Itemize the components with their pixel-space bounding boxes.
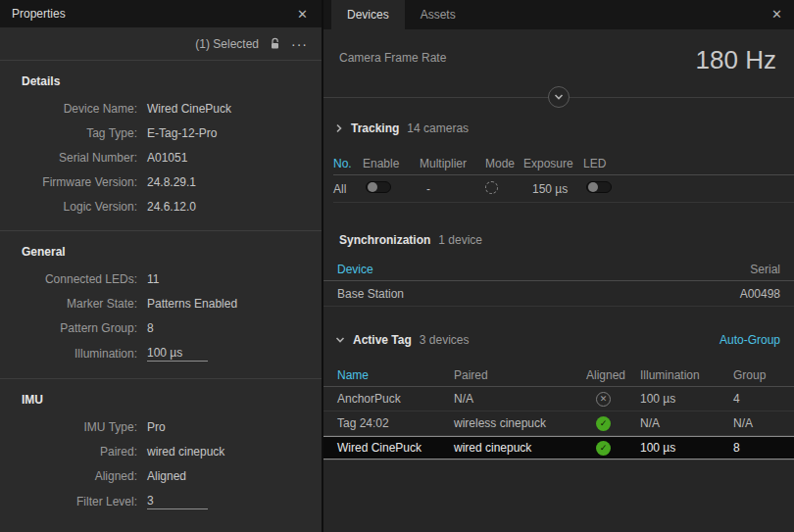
tracking-title: Tracking <box>351 121 399 135</box>
column-header-paired[interactable]: Paired <box>454 368 586 382</box>
sync-device-row[interactable]: Base Station A00498 <box>323 281 794 307</box>
column-header-led[interactable]: LED <box>583 157 622 170</box>
property-label: Firmware Version: <box>0 175 137 189</box>
property-value: 24.6.12.0 <box>147 200 322 214</box>
property-value: A01051 <box>147 151 322 165</box>
property-label: Serial Number: <box>0 151 137 165</box>
property-label: Connected LEDs: <box>0 272 137 286</box>
selection-count-label: (1) Selected <box>195 37 259 51</box>
section-title-imu: IMU <box>22 393 322 407</box>
tag-paired: N/A <box>454 392 586 406</box>
table-row[interactable]: Tag 24:02 wireless cinepuck N/A N/A <box>323 411 794 436</box>
property-label: Paired: <box>0 445 137 459</box>
multiplier-value: - <box>420 182 485 196</box>
properties-panel-header: Properties ✕ <box>0 0 322 27</box>
device-serial: A00498 <box>740 287 780 301</box>
section-title-details: Details <box>22 74 322 88</box>
synchronization-table: Device Serial Base Station A00498 <box>323 258 794 307</box>
selection-bar: (1) Selected ··· <box>0 27 322 61</box>
column-header-mode[interactable]: Mode <box>485 157 523 170</box>
lock-icon[interactable] <box>269 37 281 50</box>
row-label-all: All <box>333 182 363 196</box>
property-row: Filter Level: 3 <box>0 488 322 514</box>
divider <box>0 230 322 231</box>
tag-group: N/A <box>733 416 794 430</box>
property-label: IMU Type: <box>0 420 137 434</box>
devices-panel: Devices Assets ✕ Camera Frame Rate 180 H… <box>323 0 794 532</box>
property-row: Aligned: Aligned <box>0 463 322 488</box>
filter-level-field[interactable]: 3 <box>147 494 208 509</box>
property-value: 11 <box>147 272 322 286</box>
property-row: IMU Type: Pro <box>0 414 322 439</box>
mode-icon[interactable] <box>485 181 498 194</box>
tag-group: 8 <box>733 441 794 455</box>
column-header-no[interactable]: No. <box>333 157 363 170</box>
property-label: Filter Level: <box>0 495 137 508</box>
auto-group-button[interactable]: Auto-Group <box>720 333 780 347</box>
close-icon[interactable]: ✕ <box>295 7 310 22</box>
property-row: Serial Number: A01051 <box>0 145 322 169</box>
property-label: Marker State: <box>0 297 137 311</box>
column-header-illumination[interactable]: Illumination <box>640 368 733 382</box>
tracking-all-row[interactable]: All - 150 µs <box>333 175 794 203</box>
section-title-general: General <box>22 245 322 259</box>
tracking-table-header: No. Enable Multiplier Mode Exposure LED <box>333 152 794 175</box>
tab-devices[interactable]: Devices <box>331 0 405 29</box>
active-tag-section-header[interactable]: Active Tag 3 devices Auto-Group <box>323 328 794 352</box>
tag-paired: wireless cinepuck <box>454 416 586 430</box>
table-row[interactable]: AnchorPuck N/A 100 µs 4 <box>323 387 794 411</box>
tracking-table: No. Enable Multiplier Mode Exposure LED … <box>323 152 794 203</box>
frame-rate-row: Camera Frame Rate 180 Hz <box>323 29 794 79</box>
more-options-icon[interactable]: ··· <box>291 39 308 49</box>
column-header-enable[interactable]: Enable <box>363 157 420 170</box>
tag-name: Tag 24:02 <box>337 416 454 430</box>
column-header-aligned[interactable]: Aligned <box>586 368 640 382</box>
property-label: Tag Type: <box>0 126 137 140</box>
tag-paired: wired cinepuck <box>454 441 586 455</box>
column-header-name[interactable]: Name <box>337 368 454 382</box>
tag-illumination: N/A <box>640 416 733 430</box>
properties-panel: Properties ✕ (1) Selected ··· Details De… <box>0 0 323 532</box>
active-tag-table-header: Name Paired Aligned Illumination Group <box>323 363 794 387</box>
column-header-exposure[interactable]: Exposure <box>523 157 583 170</box>
chevron-down-icon[interactable] <box>548 86 570 108</box>
property-value: Pro <box>147 420 322 434</box>
app-window: Properties ✕ (1) Selected ··· Details De… <box>0 0 794 532</box>
property-row: Illumination: 100 µs <box>0 340 322 366</box>
frame-rate-value: 180 Hz <box>696 45 776 75</box>
frame-rate-label: Camera Frame Rate <box>339 51 446 65</box>
property-value: E-Tag-12-Pro <box>147 126 322 140</box>
illumination-field[interactable]: 100 µs <box>147 346 208 362</box>
close-icon[interactable]: ✕ <box>769 7 784 22</box>
property-value: Patterns Enabled <box>147 297 322 311</box>
tab-bar: Devices Assets ✕ <box>323 0 794 29</box>
general-section: Connected LEDs: 11 Marker State: Pattern… <box>0 266 322 366</box>
led-toggle[interactable] <box>586 181 612 193</box>
property-value: wired cinepuck <box>147 445 322 459</box>
synchronization-count: 1 device <box>438 233 482 247</box>
property-row: Paired: wired cinepuck <box>0 439 322 463</box>
enable-toggle[interactable] <box>366 181 391 193</box>
table-row-selected[interactable]: Wired CinePuck wired cinepuck 100 µs 8 <box>323 436 794 460</box>
details-section: Device Name: Wired CinePuck Tag Type: E-… <box>0 96 322 218</box>
not-aligned-icon <box>596 392 611 407</box>
column-header-serial[interactable]: Serial <box>750 263 780 276</box>
property-row: Pattern Group: 8 <box>0 315 322 340</box>
active-tag-table: Name Paired Aligned Illumination Group A… <box>323 363 794 460</box>
panel-title: Properties <box>12 7 66 21</box>
synchronization-section-header: Synchronization 1 device <box>323 228 794 252</box>
aligned-check-icon <box>596 441 611 456</box>
tab-assets[interactable]: Assets <box>405 0 471 29</box>
collapse-divider <box>323 85 794 111</box>
property-row: Connected LEDs: 11 <box>0 266 322 291</box>
column-header-multiplier[interactable]: Multiplier <box>420 157 485 170</box>
property-value: 24.8.29.1 <box>147 175 322 189</box>
tracking-count: 14 cameras <box>407 121 469 135</box>
tracking-section-header[interactable]: Tracking 14 cameras <box>323 117 794 140</box>
column-header-group[interactable]: Group <box>733 368 794 382</box>
property-row: Firmware Version: 24.8.29.1 <box>0 169 322 194</box>
divider <box>0 378 322 379</box>
column-header-device[interactable]: Device <box>337 263 373 276</box>
imu-section: IMU Type: Pro Paired: wired cinepuck Ali… <box>0 414 322 514</box>
chevron-right-icon <box>335 123 343 133</box>
